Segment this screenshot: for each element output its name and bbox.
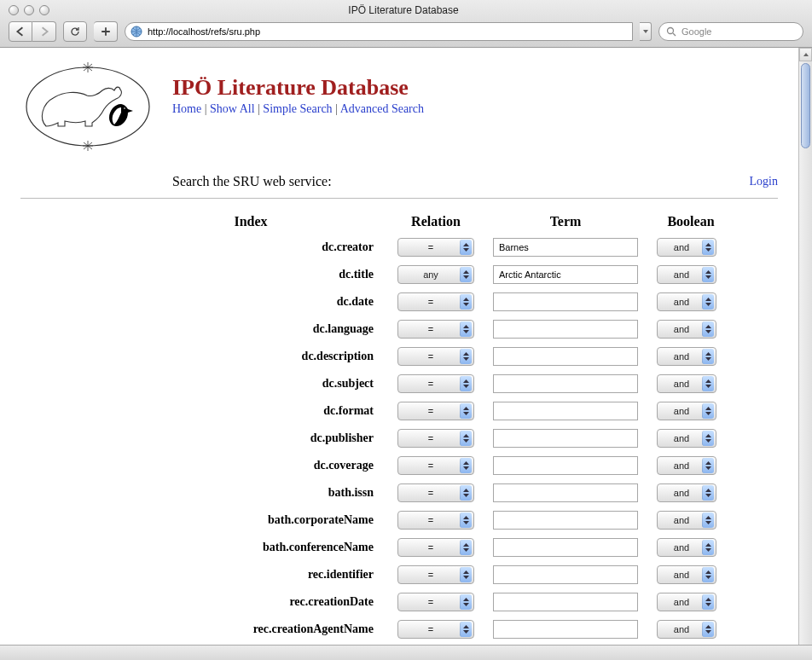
nav-simple[interactable]: Simple Search [263, 102, 332, 115]
relation-select[interactable]: = [397, 402, 474, 420]
boolean-select[interactable]: and [657, 238, 716, 257]
chevron-updown-icon [460, 403, 472, 419]
index-label: bath.corporateName [20, 513, 379, 527]
browser-search-field[interactable]: Google [658, 22, 803, 41]
relation-select[interactable]: = [397, 593, 474, 611]
nav-links: Home | Show All | Simple Search | Advanc… [172, 102, 778, 116]
traffic-light-close[interactable] [9, 5, 19, 15]
term-input[interactable] [493, 374, 638, 393]
boolean-select[interactable]: and [657, 593, 716, 611]
add-button[interactable] [94, 21, 118, 42]
url-field[interactable]: http://localhost/refs/sru.php [125, 22, 633, 41]
term-input[interactable] [493, 620, 638, 639]
relation-select[interactable]: = [397, 238, 474, 257]
relation-value: = [405, 597, 456, 607]
term-input[interactable] [493, 456, 638, 475]
term-input[interactable] [493, 265, 638, 284]
login-link[interactable]: Login [750, 175, 778, 188]
term-input[interactable] [493, 429, 638, 448]
relation-select[interactable]: = [397, 511, 474, 530]
page-subtitle: Search the SRU web service: [172, 174, 750, 189]
term-input[interactable] [493, 238, 638, 257]
boolean-select[interactable]: and [657, 374, 716, 393]
boolean-value: and [664, 406, 699, 416]
nav-advanced[interactable]: Advanced Search [340, 102, 424, 115]
boolean-select[interactable]: and [657, 456, 716, 475]
index-label: rec.creationAgentName [20, 622, 379, 636]
relation-select[interactable]: = [397, 483, 474, 502]
index-label: dc.language [20, 322, 379, 336]
boolean-select[interactable]: and [657, 483, 716, 502]
term-input[interactable] [493, 565, 638, 584]
relation-select[interactable]: = [397, 374, 474, 393]
site-header: IPÖ Literature Database Home | Show All … [20, 60, 778, 153]
nav-home[interactable]: Home [172, 102, 201, 115]
chevron-updown-icon [702, 267, 714, 282]
boolean-select[interactable]: and [657, 347, 716, 366]
relation-select[interactable]: = [397, 429, 474, 448]
relation-select[interactable]: = [397, 620, 474, 639]
reload-button[interactable] [63, 21, 87, 42]
chevron-updown-icon [460, 349, 472, 364]
status-bar [0, 645, 812, 660]
term-input[interactable] [493, 402, 638, 420]
scroll-thumb[interactable] [801, 63, 810, 148]
url-dropdown-button[interactable] [640, 22, 652, 41]
chevron-updown-icon [702, 594, 714, 610]
vertical-scrollbar[interactable] [798, 48, 812, 660]
boolean-select[interactable]: and [657, 538, 716, 557]
relation-select[interactable]: = [397, 347, 474, 366]
chevron-updown-icon [702, 485, 714, 501]
relation-value: = [405, 242, 456, 252]
boolean-select[interactable]: and [657, 320, 716, 339]
traffic-light-zoom[interactable] [39, 5, 49, 15]
boolean-value: and [664, 351, 699, 362]
boolean-select[interactable]: and [657, 402, 716, 420]
chevron-updown-icon [702, 567, 714, 582]
boolean-select[interactable]: and [657, 429, 716, 448]
boolean-select[interactable]: and [657, 565, 716, 584]
scroll-up-button[interactable] [799, 48, 812, 61]
index-label: dc.coverage [20, 459, 379, 472]
index-label: rec.creationDate [20, 595, 379, 609]
relation-select[interactable]: = [397, 456, 474, 475]
term-input[interactable] [493, 292, 638, 311]
viewport: IPÖ Literature Database Home | Show All … [0, 48, 812, 660]
forward-button[interactable] [32, 21, 56, 42]
term-input[interactable] [493, 593, 638, 611]
site-logo [20, 60, 155, 153]
col-header-index: Index [20, 214, 379, 229]
term-input[interactable] [493, 320, 638, 339]
term-input[interactable] [493, 347, 638, 366]
boolean-select[interactable]: and [657, 620, 716, 639]
relation-select[interactable]: any [397, 265, 474, 284]
browser-toolbar: http://localhost/refs/sru.php Google [0, 18, 812, 47]
chevron-updown-icon [460, 540, 472, 555]
chevron-updown-icon [702, 512, 714, 528]
boolean-select[interactable]: and [657, 265, 716, 284]
index-label: dc.publisher [20, 431, 379, 445]
svg-point-1 [668, 28, 674, 34]
chevron-updown-icon [702, 376, 714, 391]
traffic-light-minimize[interactable] [24, 5, 34, 15]
term-input[interactable] [493, 483, 638, 502]
chevron-updown-icon [460, 594, 472, 610]
chevron-updown-icon [460, 622, 472, 637]
index-label: dc.title [20, 268, 379, 281]
relation-select[interactable]: = [397, 320, 474, 339]
chevron-updown-icon [460, 567, 472, 582]
relation-value: = [405, 433, 456, 443]
boolean-select[interactable]: and [657, 292, 716, 311]
chevron-updown-icon [702, 458, 714, 473]
nav-showall[interactable]: Show All [210, 102, 255, 115]
term-input[interactable] [493, 538, 638, 557]
relation-select[interactable]: = [397, 538, 474, 557]
col-header-boolean: Boolean [657, 214, 725, 229]
index-label: bath.issn [20, 486, 379, 500]
relation-select[interactable]: = [397, 565, 474, 584]
relation-select[interactable]: = [397, 292, 474, 311]
chevron-up-icon [803, 51, 809, 58]
term-input[interactable] [493, 511, 638, 530]
boolean-select[interactable]: and [657, 511, 716, 530]
back-button[interactable] [9, 21, 32, 42]
